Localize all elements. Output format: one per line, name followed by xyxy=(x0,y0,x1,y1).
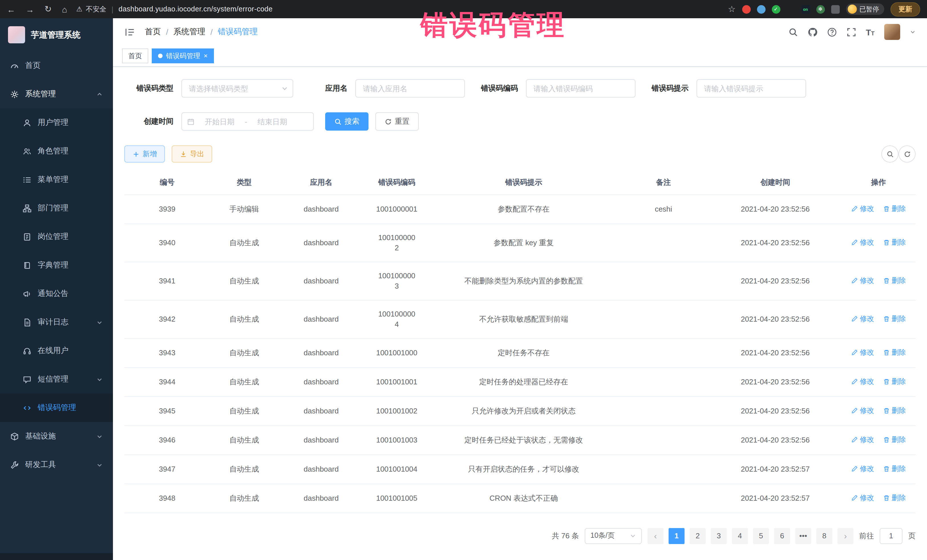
edit-link[interactable]: 修改 xyxy=(851,376,874,386)
close-tab-icon[interactable]: × xyxy=(204,52,208,59)
page-button[interactable]: 8 xyxy=(816,528,832,544)
page-button[interactable]: 5 xyxy=(753,528,769,544)
sidebar-item-menus[interactable]: 菜单管理 xyxy=(0,165,113,194)
fullscreen-icon[interactable] xyxy=(846,27,856,37)
address-bar[interactable]: dashboard.yudao.iocoder.cn/system/error-… xyxy=(119,5,273,13)
font-size-icon[interactable]: TT xyxy=(866,27,874,37)
search-button[interactable]: 搜索 xyxy=(325,112,369,131)
delete-link[interactable]: 删除 xyxy=(883,313,906,323)
page-button[interactable]: 2 xyxy=(690,528,706,544)
cell-id: 3942 xyxy=(125,300,210,338)
page-button[interactable]: 6 xyxy=(774,528,790,544)
sidebar-item-online-users[interactable]: 在线用户 xyxy=(0,337,113,365)
delete-link[interactable]: 删除 xyxy=(883,376,906,386)
edit-link[interactable]: 修改 xyxy=(851,347,874,357)
edit-link[interactable]: 修改 xyxy=(851,405,874,416)
edit-link[interactable]: 修改 xyxy=(851,203,874,214)
delete-link[interactable]: 删除 xyxy=(883,237,906,247)
sidebar-item-audit-log[interactable]: 审计日志 xyxy=(0,308,113,337)
security-indicator[interactable]: ⚠ 不安全 xyxy=(76,4,106,14)
page-button[interactable]: 1 xyxy=(669,528,685,544)
end-date-input[interactable] xyxy=(249,117,295,126)
edit-link[interactable]: 修改 xyxy=(851,492,874,503)
add-button[interactable]: 新增 xyxy=(125,146,165,162)
trash-icon xyxy=(883,239,890,246)
delete-link[interactable]: 删除 xyxy=(883,492,906,503)
toggle-search-button[interactable] xyxy=(881,146,898,162)
page-size-select[interactable]: 10条/页 xyxy=(585,528,642,544)
sidebar-item-home[interactable]: 首页 xyxy=(0,51,113,80)
bookmark-star-icon[interactable]: ☆ xyxy=(728,4,736,14)
extension-paw-icon[interactable]: ✻ xyxy=(816,5,825,14)
sidebar-item-roles[interactable]: 角色管理 xyxy=(0,137,113,165)
error-code-input[interactable] xyxy=(526,79,635,97)
sidebar-item-infrastructure[interactable]: 基础设施 xyxy=(0,422,113,451)
github-icon[interactable] xyxy=(807,27,817,37)
error-type-select[interactable] xyxy=(181,79,293,97)
extension-switch-icon[interactable]: on xyxy=(801,5,810,14)
extensions-puzzle-icon[interactable] xyxy=(831,5,839,14)
delete-link[interactable]: 删除 xyxy=(883,434,906,445)
cell-time: 2021-04-20 23:52:56 xyxy=(709,396,842,425)
start-date-input[interactable] xyxy=(197,117,242,126)
sidebar-item-posts[interactable]: 岗位管理 xyxy=(0,222,113,251)
reset-button[interactable]: 重置 xyxy=(375,112,419,131)
date-range-picker[interactable]: - xyxy=(181,112,314,131)
sidebar-item-dict[interactable]: 字典管理 xyxy=(0,251,113,279)
prev-page-button[interactable]: ‹ xyxy=(647,528,663,544)
page-button[interactable]: 4 xyxy=(732,528,748,544)
page-button[interactable]: 3 xyxy=(711,528,727,544)
sidebar-item-departments[interactable]: 部门管理 xyxy=(0,194,113,222)
extension-icon[interactable]: ✓ xyxy=(772,5,780,14)
forward-icon[interactable]: → xyxy=(26,4,34,14)
delete-link[interactable]: 删除 xyxy=(883,463,906,473)
page-button[interactable]: ••• xyxy=(795,528,811,544)
cell-actions: 修改 删除 xyxy=(842,484,916,513)
avatar[interactable] xyxy=(884,24,900,40)
export-button[interactable]: 导出 xyxy=(172,146,212,162)
next-page-button[interactable]: › xyxy=(837,528,853,544)
extension-icon[interactable] xyxy=(742,5,751,14)
update-button[interactable]: 更新 xyxy=(891,2,920,16)
edit-link[interactable]: 修改 xyxy=(851,237,874,247)
search-icon[interactable] xyxy=(788,27,798,37)
sidebar-item-error-code[interactable]: 错误码管理 xyxy=(0,393,113,422)
app-logo[interactable]: 芋道管理系统 xyxy=(0,18,113,51)
collapse-sidebar-icon[interactable] xyxy=(125,27,135,37)
error-hint-input[interactable] xyxy=(696,79,806,97)
app-name-label: 应用名 xyxy=(325,83,347,94)
edit-link[interactable]: 修改 xyxy=(851,434,874,445)
home-icon[interactable]: ⌂ xyxy=(62,4,67,14)
sidebar-item-notice[interactable]: 通知公告 xyxy=(0,279,113,308)
app-name-input[interactable] xyxy=(356,79,465,97)
sidebar-item-users[interactable]: 用户管理 xyxy=(0,108,113,137)
chevron-down-icon[interactable] xyxy=(910,29,916,35)
back-icon[interactable]: ← xyxy=(7,4,15,14)
delete-link[interactable]: 删除 xyxy=(883,405,906,416)
profile-paused-badge[interactable]: 已暂停 xyxy=(846,3,884,15)
sidebar-item-sms[interactable]: 短信管理 xyxy=(0,365,113,393)
edit-link[interactable]: 修改 xyxy=(851,275,874,285)
reload-icon[interactable]: ↻ xyxy=(44,4,52,14)
cell-time: 2021-04-20 23:52:56 xyxy=(709,223,842,262)
help-icon[interactable] xyxy=(827,27,837,37)
breadcrumb-home[interactable]: 首页 xyxy=(145,27,161,37)
tab-error-code[interactable]: 错误码管理 × xyxy=(152,49,214,63)
delete-link[interactable]: 删除 xyxy=(883,203,906,214)
extension-grid-icon[interactable] xyxy=(786,5,795,14)
edit-link[interactable]: 修改 xyxy=(851,313,874,323)
edit-link[interactable]: 修改 xyxy=(851,463,874,473)
dashboard-icon xyxy=(10,61,19,70)
breadcrumb-system[interactable]: 系统管理 xyxy=(173,27,205,37)
delete-link[interactable]: 删除 xyxy=(883,347,906,357)
cell-app: dashboard xyxy=(278,425,364,454)
tab-home[interactable]: 首页 xyxy=(122,49,148,63)
refresh-table-button[interactable] xyxy=(898,146,916,162)
goto-page-input[interactable] xyxy=(880,528,903,544)
delete-link[interactable]: 删除 xyxy=(883,275,906,285)
sidebar-item-system[interactable]: 系统管理 xyxy=(0,80,113,108)
extension-icon[interactable] xyxy=(757,5,765,14)
error-type-label: 错误码类型 xyxy=(125,83,173,94)
sidebar-item-dev-tools[interactable]: 研发工具 xyxy=(0,451,113,479)
error-code-label: 错误码编码 xyxy=(481,83,518,94)
